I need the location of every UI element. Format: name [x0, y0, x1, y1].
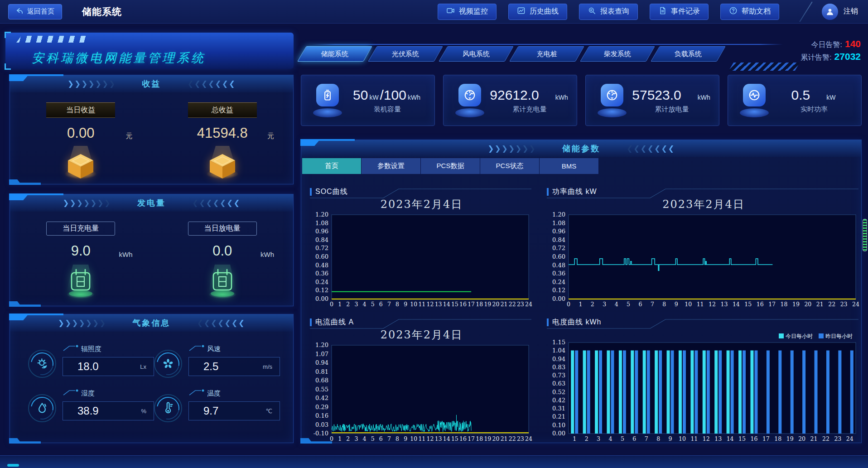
income-item: 当日收益0.00元: [10, 102, 152, 183]
svg-text:0.24: 0.24: [315, 279, 328, 285]
arrows-left-icon: ❮❮❮❮❮❮❮: [627, 145, 675, 153]
svg-text:1.08: 1.08: [552, 220, 565, 227]
back-home-button[interactable]: 返回首页: [8, 4, 62, 19]
system-tab-1[interactable]: 光伏系统: [368, 46, 443, 62]
chart-title-bar: [547, 188, 549, 196]
svg-text:5: 5: [371, 301, 375, 308]
nav-history-curve-button[interactable]: 历史曲线: [508, 4, 567, 20]
system-tab-label: 风电系统: [463, 50, 490, 58]
avatar[interactable]: [822, 4, 838, 20]
svg-text:0.00: 0.00: [552, 430, 565, 437]
svg-text:2: 2: [591, 301, 594, 308]
report-search-icon: [588, 6, 596, 17]
svg-text:0.42: 0.42: [552, 397, 565, 404]
storage-tab-4[interactable]: BMS: [540, 158, 599, 174]
storage-panel-header: ❯❯❯❯❯❯❯ 储能参数 ❮❮❮❮❮❮❮: [301, 140, 861, 157]
chart-energy-bars: 电度曲线 kWh1.151.040.940.830.730.630.520.42…: [546, 316, 861, 444]
svg-text:9: 9: [404, 301, 407, 308]
svg-text:8: 8: [395, 301, 399, 308]
svg-text:12: 12: [427, 301, 434, 308]
stat-card-label: 累计放电量: [655, 105, 689, 114]
system-tab-4[interactable]: 柴发系统: [580, 46, 655, 62]
svg-text:3: 3: [354, 435, 358, 442]
nav-help-doc-button[interactable]: 帮助文档: [720, 4, 779, 20]
system-tab-5[interactable]: 负载系统: [651, 46, 726, 62]
nav-event-record-button[interactable]: 事件记录: [650, 4, 709, 20]
svg-text:13: 13: [435, 435, 442, 442]
svg-text:22: 22: [509, 301, 516, 308]
gold-box-icon: [201, 144, 244, 183]
chart-plot-current-curve: 1.201.070.940.810.680.550.420.290.160.03…: [309, 343, 534, 444]
logout-button[interactable]: 注销: [844, 7, 858, 16]
svg-text:3: 3: [354, 301, 358, 308]
svg-text:0.60: 0.60: [552, 253, 565, 260]
today-alert-row: 今日告警:140: [800, 38, 861, 51]
today-alert-label: 今日告警:: [811, 41, 842, 48]
svg-text:0.42: 0.42: [315, 395, 328, 401]
generation-item-label: 当日充电量: [46, 222, 115, 236]
storage-panel-title: 储能参数: [562, 143, 600, 154]
stat-card-label: 实时功率: [800, 105, 828, 114]
svg-text:16: 16: [757, 301, 764, 308]
nav-video-button[interactable]: 视频监控: [438, 4, 497, 20]
svg-text:11: 11: [690, 435, 698, 442]
svg-text:0.60: 0.60: [315, 253, 328, 260]
storage-tab-1[interactable]: 参数设置: [362, 158, 421, 174]
svg-text:10: 10: [410, 435, 417, 442]
svg-text:6: 6: [379, 435, 383, 442]
income-item-value: 41594.8: [197, 125, 248, 141]
income-item-value: 0.00: [67, 125, 94, 141]
app-root: 返回首页 储能系统 视频监控历史曲线报表查询事件记录帮助文档 注销 安科瑞微电网…: [0, 0, 868, 468]
storage-tab-3[interactable]: PCS状态: [480, 158, 540, 174]
topbar: 返回首页 储能系统 视频监控历史曲线报表查询事件记录帮助文档 注销: [0, 0, 868, 24]
nav-button-label: 帮助文档: [742, 7, 771, 16]
svg-text:0.29: 0.29: [315, 404, 328, 410]
svg-text:24: 24: [852, 301, 859, 308]
chart-soc-curve: SOC曲线2023年2月4日1.201.080.960.840.720.600.…: [309, 186, 534, 309]
back-arrow-icon: [16, 7, 24, 16]
storage-tab-0[interactable]: 首页: [302, 158, 362, 174]
svg-text:7: 7: [651, 301, 654, 308]
svg-text:0.55: 0.55: [315, 386, 328, 393]
help-doc-icon: [729, 6, 738, 17]
svg-text:20: 20: [798, 435, 805, 442]
weather-item-label: 湿度: [81, 389, 95, 398]
icon-pedestal: [740, 108, 769, 117]
svg-text:0.31: 0.31: [552, 405, 565, 412]
stat-card-1: 92612.0kWh累计充电量: [443, 75, 577, 126]
svg-text:5: 5: [627, 301, 630, 308]
generation-item-unit: kWh: [119, 251, 133, 258]
svg-text:1.20: 1.20: [315, 212, 328, 218]
history-curve-icon: [517, 6, 526, 17]
svg-text:18: 18: [476, 301, 483, 308]
system-tab-0[interactable]: 储能系统: [297, 46, 372, 62]
generation-item-label: 当日放电量: [188, 222, 257, 236]
stat-card-3: 0.5kW实时功率: [728, 75, 862, 126]
svg-text:10: 10: [679, 435, 686, 442]
icon-pedestal: [455, 108, 484, 117]
system-tab-2[interactable]: 风电系统: [439, 46, 514, 62]
system-tab-3[interactable]: 充电桩: [509, 46, 584, 62]
storage-tab-bar: 首页参数设置PCS数据PCS状态BMS: [302, 158, 599, 174]
svg-text:1: 1: [579, 301, 582, 308]
svg-text:19: 19: [786, 435, 794, 442]
stat-card-value-part: kWh: [408, 94, 420, 101]
generation-item: 当日放电量0.0kWh: [152, 222, 294, 302]
svg-text:16: 16: [459, 435, 467, 442]
scrollbar-thumb[interactable]: [863, 219, 867, 251]
svg-text:0.52: 0.52: [552, 389, 565, 396]
svg-text:6: 6: [379, 301, 383, 308]
chart-plot-soc-curve: 1.201.080.960.840.720.600.480.360.240.12…: [309, 212, 534, 309]
svg-text:0.84: 0.84: [315, 236, 328, 243]
svg-text:0.16: 0.16: [315, 412, 328, 419]
nav-report-search-button[interactable]: 报表查询: [579, 4, 638, 20]
svg-text:2: 2: [346, 435, 350, 442]
storage-tab-2[interactable]: PCS数据: [421, 158, 480, 174]
svg-text:0.00: 0.00: [552, 295, 565, 302]
storage-tab-label: PCS状态: [496, 162, 524, 170]
weather-item: 湿度38.9%: [28, 388, 154, 422]
svg-text:0.36: 0.36: [315, 270, 328, 277]
stat-card-value-part: 57523.0: [632, 87, 681, 103]
svg-text:11: 11: [418, 435, 425, 442]
svg-text:10: 10: [410, 301, 417, 308]
